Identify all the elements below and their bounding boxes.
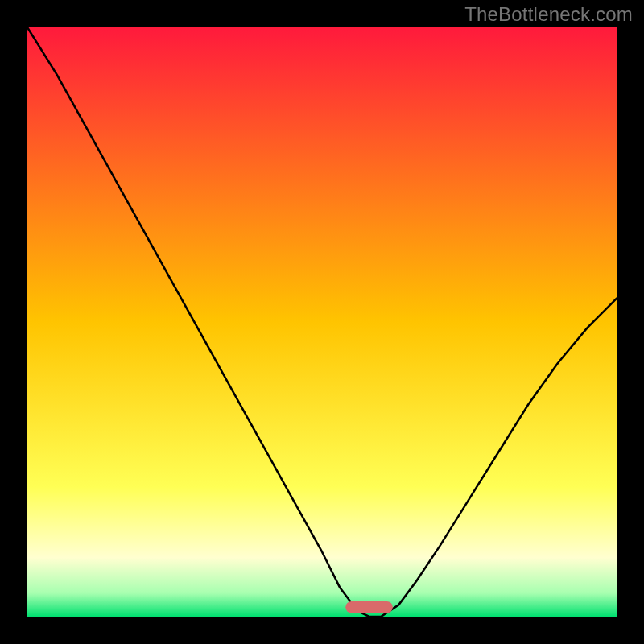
optimal-marker [345, 601, 393, 613]
gradient-background [27, 27, 617, 617]
chart-frame: TheBottleneck.com [0, 0, 644, 644]
watermark-text: TheBottleneck.com [464, 3, 633, 26]
chart-plot [27, 27, 617, 617]
